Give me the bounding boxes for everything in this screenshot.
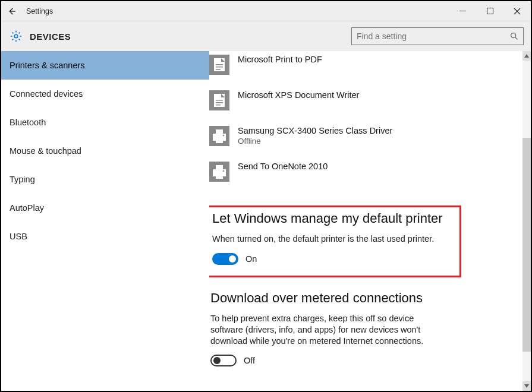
sidebar-item-bluetooth[interactable]: Bluetooth <box>1 108 209 137</box>
printer-name: Samsung SCX-3400 Series Class Driver <box>238 126 392 135</box>
minimize-button[interactable] <box>449 1 476 21</box>
svg-rect-21 <box>216 175 223 179</box>
sidebar-item-label: Printers & scanners <box>10 61 85 70</box>
gear-icon <box>10 30 23 43</box>
printer-name: Microsoft Print to PDF <box>238 55 322 64</box>
svg-rect-7 <box>216 69 221 70</box>
svg-rect-10 <box>216 100 223 101</box>
search-wrap <box>351 27 524 45</box>
sidebar-item-label: Typing <box>10 175 35 184</box>
sidebar-item-label: AutoPlay <box>10 203 44 213</box>
back-button[interactable] <box>1 1 23 21</box>
scroll-down-button[interactable] <box>522 381 531 391</box>
toggle-metered[interactable] <box>210 355 237 366</box>
scrollbar <box>522 51 531 391</box>
highlight-box: Let Windows manage my default printer Wh… <box>209 206 461 277</box>
sidebar: Printers & scanners Connected devices Bl… <box>1 51 209 391</box>
minimize-icon <box>459 8 466 14</box>
toggle-row-default-printer: On <box>212 253 455 265</box>
scroll-thumb[interactable] <box>522 138 531 352</box>
section-title-default-printer: Let Windows manage my default printer <box>212 211 455 226</box>
header: DEVICES <box>1 21 531 51</box>
printer-name: Microsoft XPS Document Writer <box>238 90 359 100</box>
maximize-icon <box>487 8 493 14</box>
close-icon <box>514 8 521 15</box>
body: Printers & scanners Connected devices Bl… <box>1 51 531 391</box>
document-icon <box>209 55 229 75</box>
toggle-state-label: Off <box>244 356 255 365</box>
search-icon <box>509 31 519 41</box>
section-metered: Download over metered connections To hel… <box>210 290 517 367</box>
sidebar-item-autoplay[interactable]: AutoPlay <box>1 194 209 222</box>
printer-row[interactable]: Send To OneNote 2010 <box>209 158 517 194</box>
printer-row[interactable]: Microsoft Print to PDF <box>209 51 517 87</box>
document-icon <box>209 90 229 110</box>
printer-row[interactable]: Samsung SCX-3400 Series Class Driver Off… <box>209 122 517 158</box>
settings-window: Settings DEVICES Printers & scanners C <box>0 0 532 392</box>
titlebar: Settings <box>1 1 531 21</box>
svg-point-17 <box>223 135 225 137</box>
toggle-default-printer[interactable] <box>212 253 238 265</box>
sidebar-item-label: Bluetooth <box>10 118 46 127</box>
printer-status: Offline <box>238 137 392 146</box>
chevron-down-icon <box>524 384 529 388</box>
sidebar-item-usb[interactable]: USB <box>1 222 209 251</box>
svg-point-2 <box>511 33 516 38</box>
svg-rect-12 <box>216 105 221 106</box>
window-title: Settings <box>23 7 53 15</box>
chevron-up-icon <box>524 54 529 58</box>
svg-rect-11 <box>216 102 223 103</box>
svg-point-1 <box>14 34 18 38</box>
sidebar-item-mouse-touchpad[interactable]: Mouse & touchpad <box>1 137 209 165</box>
printer-icon <box>209 126 229 146</box>
printer-icon <box>209 162 229 182</box>
svg-rect-15 <box>216 129 223 134</box>
sidebar-item-label: USB <box>10 232 27 241</box>
close-button[interactable] <box>503 1 531 21</box>
window-controls <box>449 1 531 21</box>
svg-rect-20 <box>216 165 223 169</box>
section-desc-metered: To help prevent extra charges, keep this… <box>210 313 448 347</box>
toggle-knob <box>213 357 221 364</box>
svg-rect-5 <box>216 64 223 65</box>
sidebar-item-label: Mouse & touchpad <box>10 146 81 156</box>
page-title: DEVICES <box>30 31 71 42</box>
back-arrow-icon <box>7 6 17 17</box>
sidebar-item-label: Connected devices <box>10 89 83 99</box>
svg-rect-16 <box>216 139 223 143</box>
scroll-track[interactable] <box>522 61 531 381</box>
printer-name: Send To OneNote 2010 <box>238 162 328 171</box>
sidebar-item-typing[interactable]: Typing <box>1 165 209 194</box>
sidebar-item-printers[interactable]: Printers & scanners <box>1 51 209 80</box>
toggle-row-metered: Off <box>210 355 517 366</box>
content: Microsoft Print to PDF Microsoft XPS Doc… <box>209 51 531 391</box>
toggle-state-label: On <box>245 254 257 264</box>
sidebar-item-connected-devices[interactable]: Connected devices <box>1 80 209 108</box>
svg-point-22 <box>223 170 225 172</box>
svg-rect-6 <box>216 67 223 68</box>
section-desc-default-printer: When turned on, the default printer is t… <box>212 233 450 245</box>
content-inner: Microsoft Print to PDF Microsoft XPS Doc… <box>209 51 531 366</box>
scroll-up-button[interactable] <box>522 51 531 61</box>
toggle-knob <box>229 255 236 263</box>
printer-row[interactable]: Microsoft XPS Document Writer <box>209 87 517 122</box>
maximize-button[interactable] <box>476 1 503 21</box>
search-input[interactable] <box>351 27 524 45</box>
svg-rect-0 <box>487 8 493 14</box>
section-title-metered: Download over metered connections <box>210 290 517 306</box>
